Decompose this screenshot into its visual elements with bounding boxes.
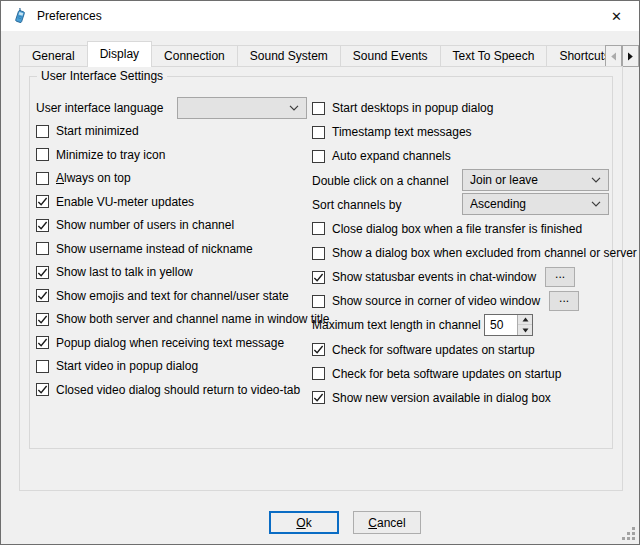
- dropdown-value: Join or leave: [470, 173, 591, 187]
- settings-row: Auto expand channels: [312, 144, 612, 168]
- settings-row: Double click on a channelJoin or leave: [312, 168, 612, 192]
- checkbox-label: Show both server and channel name in win…: [56, 312, 330, 326]
- triangle-down-icon: [522, 328, 529, 333]
- checkbox[interactable]: [36, 219, 49, 232]
- ok-button-label: Ok: [296, 516, 311, 530]
- checkmark-icon: [37, 196, 48, 207]
- spin-up-button[interactable]: [518, 315, 532, 326]
- settings-row: Always on top: [36, 167, 308, 191]
- tab-bar: GeneralDisplayConnectionSound SystemSoun…: [19, 31, 605, 67]
- tab-text-to-speech[interactable]: Text To Speech: [440, 45, 548, 67]
- checkbox-label: Popup dialog when receiving text message: [56, 336, 284, 350]
- checkbox[interactable]: [36, 195, 49, 208]
- settings-row: User interface language: [36, 96, 308, 120]
- checkmark-icon: [37, 267, 48, 278]
- checkbox[interactable]: [312, 271, 325, 284]
- spin-down-button[interactable]: [518, 325, 532, 335]
- settings-row: Start desktops in popup dialog: [312, 96, 612, 120]
- tab-scroll-right-button[interactable]: [622, 45, 639, 67]
- checkbox-label: Timestamp text messages: [332, 125, 472, 139]
- checkbox-label: Close dialog box when a file transfer is…: [332, 222, 582, 236]
- ellipsis-button[interactable]: ...: [545, 267, 575, 287]
- settings-row: Start minimized: [36, 120, 308, 144]
- field-label: Sort channels by: [312, 198, 401, 212]
- checkmark-icon: [37, 337, 48, 348]
- close-button[interactable]: ✕: [594, 1, 639, 31]
- ellipsis-button[interactable]: ...: [549, 291, 579, 311]
- chevron-down-icon: [591, 177, 601, 183]
- tab-general[interactable]: General: [19, 45, 88, 67]
- checkmark-icon: [37, 290, 48, 301]
- checkbox[interactable]: [36, 360, 49, 373]
- checkbox[interactable]: [312, 367, 325, 380]
- ok-button[interactable]: Ok: [269, 511, 339, 534]
- dropdown[interactable]: [177, 97, 307, 119]
- spinbox-buttons: [517, 315, 532, 335]
- resize-grip[interactable]: [622, 527, 635, 540]
- checkbox-label: Show number of users in channel: [56, 218, 234, 232]
- tab-connection[interactable]: Connection: [151, 45, 238, 67]
- spinbox[interactable]: 50: [484, 314, 533, 336]
- checkbox[interactable]: [36, 125, 49, 138]
- tab-display[interactable]: Display: [87, 41, 152, 67]
- checkbox-label: Show emojis and text for channel/user st…: [56, 289, 289, 303]
- checkbox-label: Show statusbar events in chat-window: [332, 270, 536, 284]
- dropdown[interactable]: Ascending: [462, 193, 609, 215]
- checkbox[interactable]: [312, 102, 325, 115]
- checkmark-icon: [37, 384, 48, 395]
- checkbox-label: Enable VU-meter updates: [56, 195, 194, 209]
- checkbox-label: Start video in popup dialog: [56, 359, 198, 373]
- checkbox-label: Show a dialog box when excluded from cha…: [332, 246, 637, 260]
- user-interface-settings-group: User Interface Settings User interface l…: [29, 76, 613, 449]
- settings-column-right: Start desktops in popup dialogTimestamp …: [312, 96, 612, 410]
- checkbox[interactable]: [312, 295, 325, 308]
- checkbox[interactable]: [36, 266, 49, 279]
- tab-scroll-left-button[interactable]: [605, 45, 622, 67]
- settings-row: Show username instead of nickname: [36, 237, 308, 261]
- preferences-dialog: Preferences ✕ GeneralDisplayConnectionSo…: [0, 0, 640, 545]
- settings-row: Enable VU-meter updates: [36, 190, 308, 214]
- checkbox-label: Check for beta software updates on start…: [332, 367, 561, 381]
- dropdown[interactable]: Join or leave: [462, 169, 609, 191]
- checkbox-label: Closed video dialog should return to vid…: [56, 383, 300, 397]
- tab-sound-system[interactable]: Sound System: [237, 45, 341, 67]
- tab-sound-events[interactable]: Sound Events: [340, 45, 441, 67]
- cancel-button-label: Cancel: [368, 516, 405, 530]
- field-label: Double click on a channel: [312, 174, 449, 188]
- checkbox[interactable]: [36, 289, 49, 302]
- checkbox-label: Check for software updates on startup: [332, 343, 535, 357]
- field-label: User interface language: [36, 101, 163, 115]
- checkbox[interactable]: [36, 242, 49, 255]
- checkbox[interactable]: [312, 247, 325, 260]
- settings-row: Maximum text length in channel list50: [312, 313, 612, 337]
- chevron-down-icon: [591, 201, 601, 207]
- checkbox[interactable]: [312, 150, 325, 163]
- window-title: Preferences: [37, 9, 102, 23]
- checkbox-label: Auto expand channels: [332, 149, 451, 163]
- checkbox[interactable]: [36, 148, 49, 161]
- checkbox[interactable]: [312, 222, 325, 235]
- checkbox[interactable]: [36, 313, 49, 326]
- chevron-down-icon: [289, 105, 299, 111]
- checkbox[interactable]: [36, 172, 49, 185]
- triangle-right-icon: [627, 52, 634, 61]
- settings-row: Closed video dialog should return to vid…: [36, 378, 308, 402]
- field-label: Maximum text length in channel list: [312, 318, 499, 332]
- checkbox[interactable]: [36, 383, 49, 396]
- checkbox-label: Show source in corner of video window: [332, 294, 540, 308]
- checkbox-label: Start desktops in popup dialog: [332, 101, 493, 115]
- checkbox[interactable]: [312, 126, 325, 139]
- settings-row: Show statusbar events in chat-window...: [312, 265, 612, 289]
- settings-row: Show both server and channel name in win…: [36, 308, 308, 332]
- cancel-button[interactable]: Cancel: [353, 511, 421, 534]
- checkbox[interactable]: [36, 336, 49, 349]
- triangle-left-icon: [610, 52, 617, 61]
- checkbox[interactable]: [312, 343, 325, 356]
- settings-row: Start video in popup dialog: [36, 355, 308, 379]
- walkie-talkie-icon: [12, 8, 28, 24]
- settings-row: Sort channels byAscending: [312, 193, 612, 217]
- settings-row: Show a dialog box when excluded from cha…: [312, 241, 612, 265]
- checkbox[interactable]: [312, 391, 325, 404]
- tab-shortcuts[interactable]: Shortcuts: [546, 45, 605, 67]
- settings-row: Close dialog box when a file transfer is…: [312, 217, 612, 241]
